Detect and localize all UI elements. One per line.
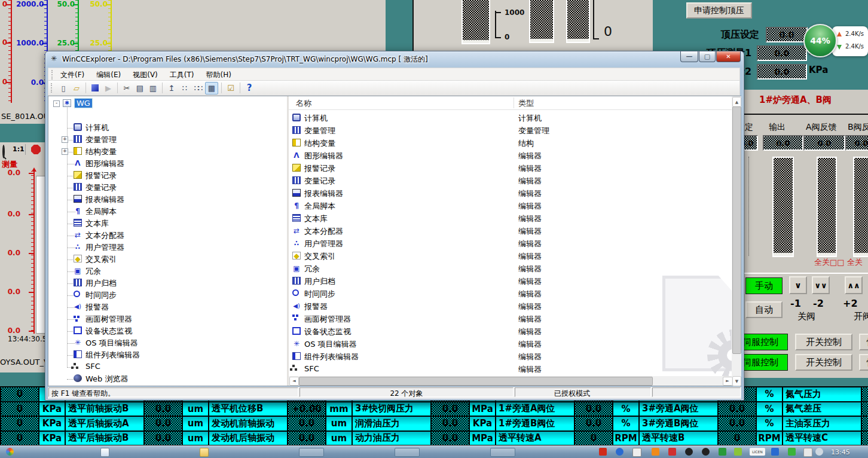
menu-bar[interactable]: 文件(F)编辑(E)视图(V)工具(T)帮助(H) [48,68,740,81]
tray-updater-icon[interactable] [734,448,742,456]
list-row[interactable]: ▣冗余编辑器 [289,262,732,275]
net-speed-popup[interactable]: 2.4K/s 2.4K/s [832,26,868,56]
paste-button[interactable]: ▥ [147,83,159,94]
list-row[interactable]: ⇄文本分配器编辑器 [289,225,732,237]
project-tree[interactable]: -✱WG计算机+变量管理+结构变量Λ图形编辑器报警记录变量记录报表编辑器¶全局脚… [48,96,287,386]
scroll-down-arrow[interactable]: ▼ [732,376,741,386]
list-header[interactable]: 名称 类型 [289,96,732,110]
tray-license-icon[interactable]: LICEN [750,448,765,456]
title-bar[interactable]: ✳ WinCCExplorer - D:\Program Files (x86)… [45,51,744,66]
tree-item-expander[interactable]: + [62,148,68,155]
toolbar[interactable]: ▯ ▱ ▶ ✂ ▤ ▥ ↥ ∷ ∷∷ ▦ ☑ ? [48,81,740,96]
component-list[interactable]: 名称 类型 计算机计算机变量管理变量管理结构变量结构Λ图形编辑器编辑器报警记录编… [289,96,732,386]
list-row[interactable]: 变量管理变量管理 [289,124,732,137]
tree-item[interactable]: 组件列表编辑器 [48,349,287,361]
tree-item[interactable]: 时间同步 [48,289,287,301]
tray-qq2-icon[interactable] [702,448,710,456]
list-row[interactable]: 报警记录编辑器 [289,162,732,175]
tree-item[interactable]: SFC [48,361,287,373]
menu-item-3[interactable]: 工具(T) [164,68,200,81]
stop-icon[interactable] [31,145,41,154]
tree-item[interactable]: 报警记录 [48,170,287,182]
zoom-ratio-label[interactable]: 1:1 [13,145,25,153]
tray-s-icon[interactable] [599,448,607,456]
close-two-step-button[interactable]: ∨∨ [812,276,830,294]
list-row[interactable]: 计算机计算机 [289,112,732,124]
fast-open-button-1[interactable]: 快开 [859,334,868,350]
cut-button[interactable]: ✂ [121,83,133,94]
tree-root-expander[interactable]: - [53,100,60,107]
tree-item[interactable]: ✳OS 项目编辑器 [48,337,287,349]
chrome-icon[interactable] [6,448,14,456]
small-icons-button[interactable]: ∷∷ [192,83,204,94]
taskbar-app-button-3[interactable] [490,448,515,457]
tray-medical-icon[interactable] [668,448,676,456]
tree-item[interactable]: ¶全局脚本 [48,206,287,218]
list-row[interactable]: 组件列表编辑器编辑器 [289,350,732,363]
tree-item[interactable]: 计算机 [48,122,287,134]
tree-item[interactable]: +变量管理 [48,134,287,146]
tree-item[interactable]: 画面树管理器 [48,313,287,325]
switch-control-button-1[interactable]: 开关控制 [795,334,852,350]
list-row[interactable]: ◀)报警器编辑器 [289,300,732,313]
taskbar-app-button-1[interactable] [299,448,324,457]
tray-ie-icon[interactable] [771,448,779,456]
tray-qq-icon[interactable] [685,448,693,456]
deactivate-button[interactable] [89,83,101,94]
horizontal-scrollbar[interactable]: ◄ ► [289,376,732,386]
wincc-explorer-window[interactable]: ✳ WinCCExplorer - D:\Program Files (x86)… [45,51,744,401]
menu-item-2[interactable]: 视图(V) [127,68,164,81]
details-view-button[interactable]: ▦ [205,82,218,94]
scroll-right-arrow[interactable]: ► [723,377,732,386]
list-row[interactable]: 报表编辑器编辑器 [289,187,732,200]
menu-item-1[interactable]: 编辑(E) [90,68,127,81]
taskbar-clock[interactable]: 13:45 [831,448,850,456]
close-one-step-button[interactable]: ∨ [789,276,807,294]
net-percent-badge[interactable]: 44% [803,24,837,57]
vscroll-thumb[interactable] [732,106,741,354]
tree-item[interactable]: ∴用户管理器 [48,242,287,254]
list-row[interactable]: 文本库编辑器 [289,212,732,225]
media-player-icon[interactable] [100,448,109,457]
open-button[interactable]: ▱ [71,83,82,94]
menu-item-0[interactable]: 文件(F) [54,68,90,81]
tray-ime-icon[interactable] [803,448,812,457]
tree-item[interactable]: ⇄文本分配器 [48,230,287,242]
list-row[interactable]: 变量记录编辑器 [289,175,732,187]
tree-item-expander[interactable]: + [62,136,68,143]
activate-button[interactable]: ▶ [102,83,114,94]
menu-item-4[interactable]: 帮助(H) [200,68,237,81]
name-column-header[interactable]: 名称 [296,98,311,109]
auto-button[interactable]: 自动 [745,301,783,318]
scroll-up-arrow[interactable]: ▲ [732,97,741,107]
list-row[interactable]: 画面树管理器编辑器 [289,313,732,325]
taskbar[interactable]: LICEN 13:45 [0,445,868,458]
minimize-button[interactable]: — [680,51,698,62]
hscroll-thumb[interactable] [299,377,653,386]
large-icons-button[interactable]: ∷ [179,83,191,94]
apply-top-pressure-button[interactable]: 申请控制顶压 [686,2,752,19]
list-row[interactable]: 用户归档编辑器 [289,275,732,288]
list-row[interactable]: 时间同步编辑器 [289,288,732,300]
list-row[interactable]: ◆交叉索引编辑器 [289,250,732,262]
up-one-level-button[interactable]: ↥ [166,83,178,94]
open-two-step-button[interactable]: ∧∧ [845,276,863,294]
tree-item[interactable]: +结构变量 [48,146,287,158]
tree-item[interactable]: 变量记录 [48,182,287,194]
header-divider[interactable] [514,97,514,108]
list-row[interactable]: Λ图形编辑器编辑器 [289,149,732,162]
help-button[interactable]: ? [243,83,255,94]
tray-shield-icon[interactable] [719,448,726,456]
list-row[interactable]: ¶全局脚本编辑器 [289,200,732,212]
manual-button[interactable]: 手动 [745,277,783,294]
folder-icon[interactable] [200,448,209,457]
tree-item[interactable]: ▣冗余 [48,265,287,277]
type-column-header[interactable]: 类型 [518,98,534,109]
properties-button[interactable]: ☑ [225,83,237,94]
list-row[interactable]: 设备状态监视编辑器 [289,325,732,338]
tree-item[interactable]: Web 浏览器 [48,373,287,385]
tree-item[interactable]: ◆交叉索引 [48,254,287,265]
tree-item[interactable]: Λ图形编辑器 [48,158,287,170]
tree-item[interactable]: 文本库 [48,218,287,230]
tray-flag-icon[interactable] [788,448,796,456]
